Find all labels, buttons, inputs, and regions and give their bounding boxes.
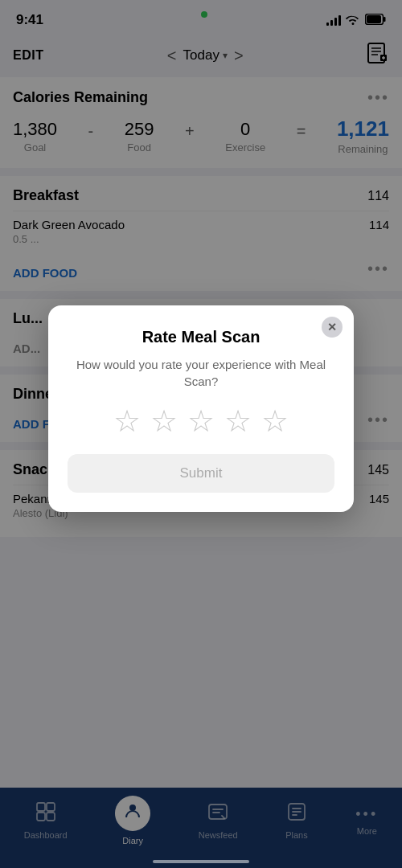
rate-meal-scan-modal: ✕ Rate Meal Scan How would you rate your… [48,305,354,512]
star-1[interactable]: ☆ [113,406,141,436]
modal-close-button[interactable]: ✕ [322,317,343,338]
submit-button[interactable]: Submit [68,454,334,493]
home-indicator [153,860,249,863]
modal-description: How would you rate your experience with … [68,356,334,390]
star-rating-row[interactable]: ☆ ☆ ☆ ☆ ☆ [68,406,334,436]
close-icon: ✕ [327,321,337,334]
star-3[interactable]: ☆ [187,406,215,436]
modal-title: Rate Meal Scan [68,328,334,346]
star-5[interactable]: ☆ [261,406,289,436]
star-4[interactable]: ☆ [224,406,252,436]
star-2[interactable]: ☆ [150,406,178,436]
